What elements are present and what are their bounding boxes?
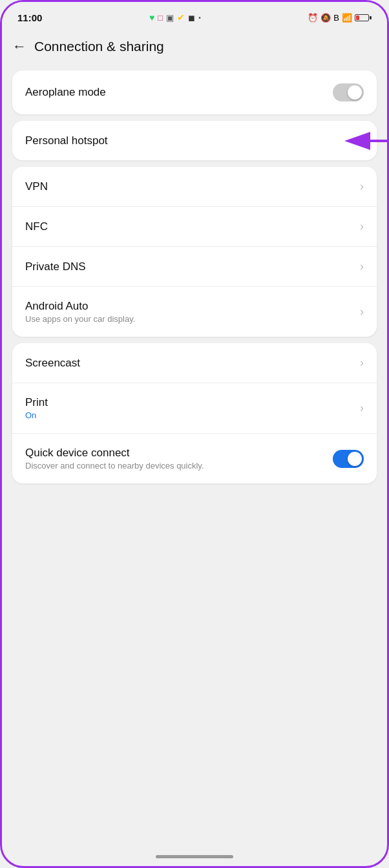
page-title: Connection & sharing <box>34 39 164 54</box>
aeroplane-mode-row[interactable]: Aeroplane mode <box>12 70 377 114</box>
status-time: 11:00 <box>17 12 42 23</box>
vpn-label: VPN <box>25 180 355 193</box>
private-dns-chevron: › <box>360 260 364 273</box>
vpn-label-wrap: VPN <box>25 180 355 193</box>
battery-icon <box>355 14 372 21</box>
android-auto-row[interactable]: Android Auto Use apps on your car displa… <box>12 286 377 337</box>
back-button[interactable]: ← <box>12 38 26 55</box>
quick-device-connect-label-wrap: Quick device connect Discover and connec… <box>25 447 333 471</box>
nfc-chevron: › <box>360 220 364 233</box>
square-icon: ◼ <box>188 13 195 23</box>
personal-hotspot-row[interactable]: Personal hotspot › <box>12 121 377 160</box>
personal-hotspot-card: Personal hotspot › <box>12 121 377 160</box>
whatsapp-icon: ♥ <box>149 12 154 23</box>
alarm-icon: ⏰ <box>308 13 318 23</box>
nfc-label-wrap: NFC <box>25 220 355 233</box>
bottom-nav-bar <box>156 855 233 858</box>
screencast-label-wrap: Screencast <box>25 357 355 370</box>
private-dns-row[interactable]: Private DNS › <box>12 246 377 286</box>
aeroplane-mode-toggle[interactable] <box>333 83 364 101</box>
print-label-wrap: Print On <box>25 396 355 420</box>
personal-hotspot-label: Personal hotspot <box>25 134 355 147</box>
mute-icon: 🔕 <box>321 13 331 23</box>
print-chevron: › <box>360 401 364 415</box>
dot-icon: • <box>198 14 201 21</box>
quick-device-connect-row[interactable]: Quick device connect Discover and connec… <box>12 433 377 483</box>
check-icon: ✔ <box>177 12 185 23</box>
quick-device-connect-sublabel: Discover and connect to nearby devices q… <box>25 461 333 471</box>
wifi-icon: 📶 <box>342 13 352 23</box>
print-status: On <box>25 410 355 420</box>
bluetooth-icon: B <box>333 13 339 23</box>
content-area: Aeroplane mode Personal hotspot › VPN <box>2 65 387 489</box>
header: ← Connection & sharing <box>2 30 387 65</box>
status-icons-right: ⏰ 🔕 B 📶 <box>308 13 372 23</box>
screencast-row[interactable]: Screencast › <box>12 343 377 383</box>
status-bar: 11:00 ♥ □ ▣ ✔ ◼ • ⏰ 🔕 B 📶 <box>2 2 387 30</box>
vpn-chevron: › <box>360 180 364 193</box>
aeroplane-mode-label: Aeroplane mode <box>25 86 333 99</box>
quick-device-connect-toggle[interactable] <box>333 450 364 468</box>
android-auto-chevron: › <box>360 305 364 319</box>
network-card: VPN › NFC › Private DNS › Android Auto U… <box>12 167 377 337</box>
nfc-label: NFC <box>25 220 355 233</box>
screencast-chevron: › <box>360 356 364 370</box>
aeroplane-mode-label-wrap: Aeroplane mode <box>25 86 333 99</box>
screencast-label: Screencast <box>25 357 355 370</box>
android-auto-sublabel: Use apps on your car display. <box>25 314 355 324</box>
private-dns-label: Private DNS <box>25 260 355 273</box>
print-label: Print <box>25 396 355 409</box>
quick-device-connect-label: Quick device connect <box>25 447 333 460</box>
instagram-icon: □ <box>158 13 163 23</box>
android-auto-label: Android Auto <box>25 300 355 313</box>
status-icons-left: ♥ □ ▣ ✔ ◼ • <box>149 12 201 23</box>
print-row[interactable]: Print On › <box>12 383 377 433</box>
android-auto-label-wrap: Android Auto Use apps on your car displa… <box>25 300 355 324</box>
cast-print-card: Screencast › Print On › Quick device con… <box>12 343 377 483</box>
nfc-row[interactable]: NFC › <box>12 206 377 246</box>
aeroplane-mode-card: Aeroplane mode <box>12 70 377 114</box>
personal-hotspot-label-wrap: Personal hotspot <box>25 134 355 147</box>
private-dns-label-wrap: Private DNS <box>25 260 355 273</box>
personal-hotspot-chevron: › <box>360 134 364 147</box>
cast-icon: ▣ <box>166 13 174 23</box>
vpn-row[interactable]: VPN › <box>12 167 377 206</box>
